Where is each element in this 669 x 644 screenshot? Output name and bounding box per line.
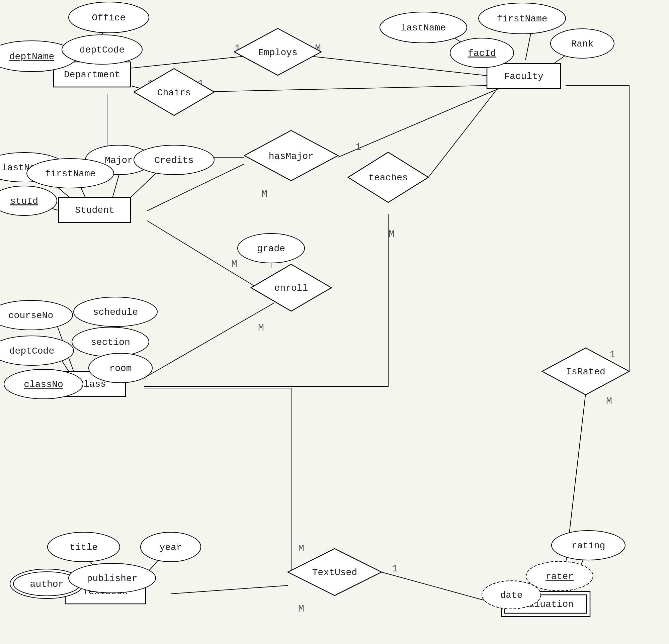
major-label: Major [105, 155, 133, 166]
firstname-stu-label: firstName [45, 169, 95, 179]
title-label: title [70, 542, 98, 553]
rank-label: Rank [571, 39, 593, 49]
svg-text:M: M [231, 259, 237, 270]
rating-label: rating [572, 541, 606, 551]
svg-line-29 [338, 89, 499, 157]
svg-text:1: 1 [609, 349, 615, 360]
enroll-label: enroll [274, 283, 308, 294]
svg-text:1: 1 [392, 563, 398, 574]
classno-label: classNo [24, 380, 63, 390]
svg-text:M: M [258, 322, 264, 333]
deptname-label: deptName [9, 52, 54, 62]
svg-line-28 [194, 85, 499, 92]
chairs-label: Chairs [157, 88, 191, 98]
grade-label: grade [257, 244, 285, 254]
lastname-fac-label: lastName [401, 23, 446, 33]
rater-label: rater [545, 571, 574, 582]
room-label: room [109, 363, 131, 374]
svg-text:M: M [261, 188, 267, 200]
svg-line-32 [147, 221, 254, 286]
svg-text:M: M [606, 396, 612, 407]
svg-text:1: 1 [355, 142, 361, 153]
textused-label: TextUsed [312, 568, 357, 578]
department-label: Department [64, 70, 120, 80]
schedule-label: schedule [93, 307, 138, 317]
faculty-label: Faculty [504, 71, 543, 82]
year-label: year [159, 542, 182, 553]
date-label: date [500, 590, 523, 601]
svg-text:M: M [298, 603, 304, 615]
author-label: author [30, 579, 64, 589]
israted-label: IsRated [566, 367, 606, 377]
credits-label: Credits [154, 155, 194, 166]
deptcode-class-label: deptCode [9, 346, 54, 356]
student-label: Student [75, 205, 114, 215]
svg-text:M: M [298, 543, 304, 554]
deptcode-label: deptCode [80, 45, 125, 55]
teaches-label: teaches [369, 173, 408, 183]
office-label: Office [92, 13, 126, 23]
svg-line-33 [144, 303, 274, 378]
firstname-fac-label: firstName [497, 14, 547, 24]
section-label: section [91, 337, 130, 347]
svg-line-31 [428, 87, 499, 177]
svg-text:M: M [388, 229, 395, 240]
courseno-label: courseNo [9, 311, 53, 321]
svg-line-35 [171, 585, 288, 594]
facid-label: facId [468, 48, 496, 59]
employs-label: Employs [258, 47, 298, 58]
stuid-label: stuId [10, 196, 38, 206]
publisher-label: publisher [87, 573, 137, 584]
hasmajor-label: hasMajor [269, 151, 314, 161]
